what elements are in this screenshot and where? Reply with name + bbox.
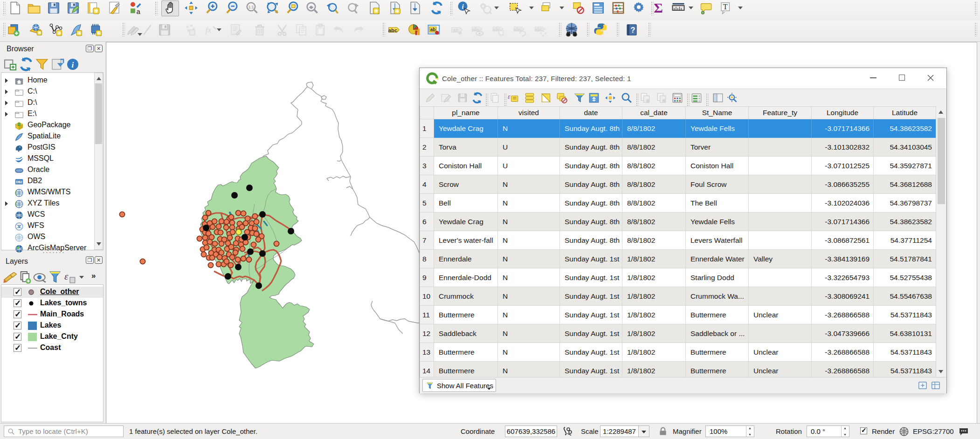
svg-text:DB2: DB2	[16, 180, 22, 184]
svg-text:ε: ε	[508, 93, 511, 100]
svg-text:abc: abc	[514, 27, 522, 32]
svg-text:fx: fx	[206, 25, 212, 34]
svg-text:abc: abc	[388, 27, 397, 33]
svg-text:?: ?	[631, 26, 635, 34]
svg-text:ab: ab	[453, 27, 459, 33]
svg-text:i: i	[72, 61, 74, 69]
svg-text:a: a	[137, 7, 141, 15]
svg-text:1:1: 1:1	[248, 5, 254, 9]
svg-text:Σ: Σ	[654, 1, 663, 15]
svg-text:V: V	[18, 224, 21, 229]
svg-text:abc: abc	[535, 27, 543, 32]
svg-text:ab: ab	[430, 27, 436, 32]
svg-text:T: T	[723, 3, 728, 11]
svg-text:abc: abc	[472, 27, 480, 32]
svg-text:ε: ε	[64, 271, 69, 282]
